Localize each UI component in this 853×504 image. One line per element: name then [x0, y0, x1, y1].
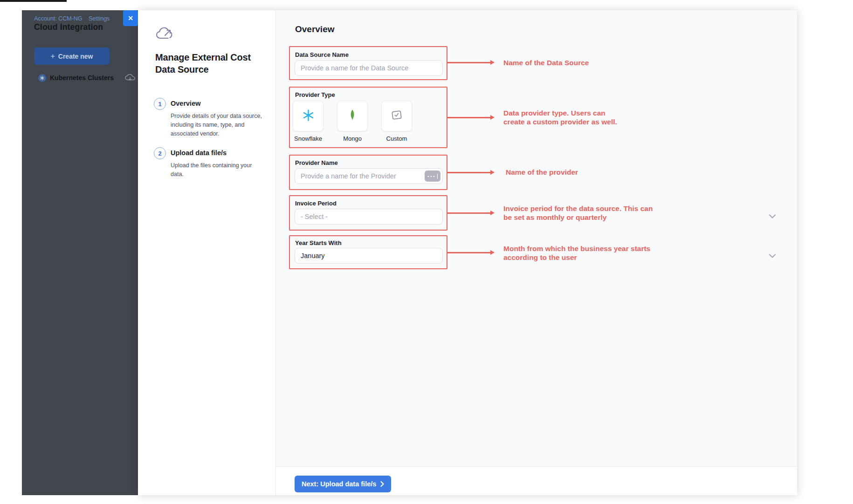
form-heading: Overview — [295, 24, 335, 34]
chevron-down-icon[interactable] — [769, 252, 776, 260]
drawer-close-button[interactable]: ✕ — [123, 10, 138, 26]
annotation-note-year-starts-with: Month from which the business year start… — [503, 244, 671, 262]
drawer-step-sidebar: Manage External Cost Data Source 1 Overv… — [138, 10, 276, 495]
provider-card-snowflake[interactable] — [293, 101, 323, 131]
annotation-note-provider-name: Name of the provider — [506, 168, 636, 177]
screen: Account: CCM-NG›Settings Cloud Integrati… — [0, 0, 853, 504]
step-2-number: 2 — [158, 150, 161, 157]
integration-tabs: Kubernetes Clusters C — [38, 72, 138, 83]
annotation-note-provider-type: Data provider type. Users cancreate a cu… — [503, 109, 639, 127]
invoice-period-label: Invoice Period — [295, 200, 337, 207]
annotation-arrow — [447, 62, 490, 63]
snowflake-icon — [302, 109, 315, 123]
provider-label-snowflake: Snowflake — [287, 135, 329, 142]
breadcrumb: Account: CCM-NG›Settings — [34, 15, 110, 22]
annotation-arrowhead — [490, 115, 495, 120]
annotation-arrow — [447, 252, 490, 253]
chevron-down-icon[interactable] — [769, 212, 776, 220]
custom-note-icon — [390, 109, 403, 123]
breadcrumb-settings-link[interactable]: Settings — [89, 15, 110, 22]
step-2-label: Upload data file/s — [171, 149, 227, 157]
step-2-description: Upload the files containing your data. — [171, 161, 264, 179]
step-1-label: Overview — [171, 100, 201, 107]
manage-datasource-drawer: Manage External Cost Data Source 1 Overv… — [138, 10, 797, 495]
annotation-arrowhead — [490, 170, 495, 175]
close-icon: ✕ — [128, 14, 133, 22]
annotation-arrowhead — [490, 250, 495, 255]
tab-kubernetes-clusters[interactable]: Kubernetes Clusters — [50, 74, 114, 82]
ellipsis-dots: ··· — [427, 172, 436, 180]
browser-chrome-strip — [0, 0, 67, 2]
annotation-arrowhead — [490, 211, 495, 215]
year-starts-with-label: Year Starts With — [295, 239, 342, 246]
annotation-arrow — [447, 172, 490, 173]
cloud-upload-icon — [155, 26, 174, 43]
annotation-note-invoice-period: Invoice period for the data source. This… — [503, 204, 671, 222]
breadcrumb-separator: › — [85, 16, 87, 21]
annotation-note-data-source-name: Name of the Data Source — [503, 58, 634, 67]
cloud-accounts-icon — [125, 74, 135, 82]
data-source-name-label: Data Source Name — [295, 51, 349, 58]
provider-card-mongo[interactable] — [337, 101, 368, 131]
cursor-bar — [437, 174, 438, 179]
drawer-title: Manage External Cost Data Source — [155, 51, 258, 75]
create-new-button[interactable]: + Create new — [34, 48, 110, 65]
mongo-leaf-icon — [347, 109, 358, 123]
provider-type-label: Provider Type — [295, 91, 335, 98]
autofill-ellipsis-icon[interactable]: ··· — [425, 170, 440, 182]
provider-name-label: Provider Name — [295, 159, 338, 166]
step-1-number: 1 — [158, 101, 161, 108]
provider-label-mongo: Mongo — [331, 135, 373, 142]
annotation-arrow — [447, 212, 490, 214]
next-upload-button[interactable]: Next: Upload data file/s — [295, 476, 391, 492]
data-source-name-input[interactable] — [295, 60, 443, 76]
background-page-dimmed: Account: CCM-NG›Settings Cloud Integrati… — [22, 10, 138, 495]
breadcrumb-account-link[interactable]: Account: CCM-NG — [34, 15, 83, 22]
provider-name-input[interactable] — [295, 168, 443, 184]
invoice-period-select[interactable] — [295, 209, 443, 225]
provider-label-custom: Custom — [376, 135, 418, 142]
page-title: Cloud Integration — [34, 22, 103, 32]
kubernetes-icon — [38, 74, 46, 82]
step-1-indicator: 1 — [154, 98, 166, 110]
plus-icon: + — [50, 52, 55, 61]
annotation-arrow — [447, 117, 490, 118]
provider-card-custom[interactable] — [381, 101, 412, 131]
step-1-description: Provide details of your data source, inc… — [171, 112, 264, 138]
year-starts-with-select[interactable] — [295, 248, 443, 264]
annotation-arrowhead — [490, 60, 495, 65]
create-new-label: Create new — [58, 53, 93, 60]
chevron-right-icon — [380, 481, 384, 487]
step-2-indicator: 2 — [154, 147, 166, 159]
next-button-label: Next: Upload data file/s — [302, 480, 376, 488]
